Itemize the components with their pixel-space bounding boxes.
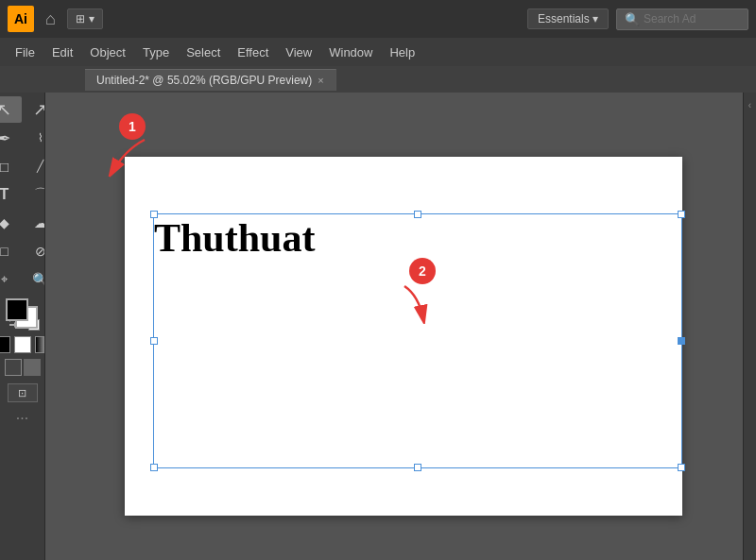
main-layout: ↖ ↗ ✒ ⌇ □ ╱ T ⌒ ◆ ☁ □ ⊘ ⌖ 🔍 xyxy=(0,93,756,560)
menu-window[interactable]: Window xyxy=(321,42,380,63)
toolbar: ↖ ↗ ✒ ⌇ □ ╱ T ⌒ ◆ ☁ □ ⊘ ⌖ 🔍 xyxy=(0,93,45,560)
essentials-button[interactable]: Essentials ▾ xyxy=(527,8,609,29)
shape-tools: □ ╱ xyxy=(0,153,45,179)
tab-close-button[interactable]: × xyxy=(318,75,323,86)
search-box[interactable]: 🔍 xyxy=(616,8,748,30)
graph-tools: ⌖ 🔍 xyxy=(0,266,45,293)
text-box-selection[interactable] xyxy=(153,213,682,468)
arc-tool[interactable]: ⌒ xyxy=(24,181,46,208)
workspace-grid-icon: ⊞ xyxy=(76,12,85,25)
rotate-tool[interactable]: □ xyxy=(0,238,22,264)
menu-select[interactable]: Select xyxy=(179,42,228,63)
line-tool[interactable]: ╱ xyxy=(24,153,46,179)
menu-view[interactable]: View xyxy=(278,42,319,63)
home-icon[interactable]: ⌂ xyxy=(45,9,56,29)
handle-top-left[interactable] xyxy=(150,211,158,218)
text-tools: T ⌒ xyxy=(0,181,45,208)
tab-title: Untitled-2* @ 55.02% (RGB/GPU Preview) xyxy=(96,74,312,87)
blob-brush[interactable]: ☁ xyxy=(24,210,46,236)
annotation-2: 2 xyxy=(409,258,436,284)
handle-middle-left[interactable] xyxy=(150,337,158,345)
zoom-tool[interactable]: 🔍 xyxy=(24,266,46,293)
selection-tools: ↖ ↗ xyxy=(0,96,45,123)
annotation-1-number: 1 xyxy=(129,119,136,134)
menu-help[interactable]: Help xyxy=(382,42,422,63)
puppet-warp[interactable]: ⌖ xyxy=(0,266,22,293)
color-pair xyxy=(6,298,40,331)
paint-tools: ◆ ☁ xyxy=(0,210,45,236)
selection-tool[interactable]: ↖ xyxy=(0,96,22,123)
menu-file[interactable]: File xyxy=(8,42,43,63)
search-icon: 🔍 xyxy=(625,12,640,26)
paint-bucket[interactable]: ◆ xyxy=(0,210,22,236)
pen-tool[interactable]: ✒ xyxy=(0,125,22,151)
annotation-1: 1 xyxy=(119,113,146,140)
transform-tools: □ ⊘ xyxy=(0,238,45,264)
handle-middle-right[interactable] xyxy=(678,337,685,345)
eyedropper[interactable]: ⊘ xyxy=(24,238,46,264)
color-section: ⊡ ··· xyxy=(0,298,45,427)
handle-top-center[interactable] xyxy=(414,211,421,218)
tab-bar: Untitled-2* @ 55.02% (RGB/GPU Preview) × xyxy=(0,66,756,93)
curvature-tool[interactable]: ⌇ xyxy=(24,125,46,151)
document-tab[interactable]: Untitled-2* @ 55.02% (RGB/GPU Preview) × xyxy=(85,69,336,91)
essentials-label: Essentials ▾ xyxy=(538,12,598,25)
menu-type[interactable]: Type xyxy=(135,42,177,63)
handle-bottom-left[interactable] xyxy=(150,464,158,471)
pen-tools: ✒ ⌇ xyxy=(0,125,45,151)
screen-mode[interactable]: ⊡ xyxy=(8,383,38,402)
ai-logo: Ai xyxy=(8,6,34,32)
annotation-2-number: 2 xyxy=(419,263,426,279)
canvas-container: Thuthuat xyxy=(125,157,682,516)
top-bar: Ai ⌂ ⊞ ▾ Essentials ▾ 🔍 xyxy=(0,0,756,38)
draw-behind[interactable] xyxy=(24,359,41,376)
canvas-area: Thuthuat 1 xyxy=(45,93,743,560)
workspace-selector[interactable]: ⊞ ▾ xyxy=(67,8,103,29)
workspace-chevron: ▾ xyxy=(89,12,94,25)
type-tool[interactable]: T xyxy=(0,181,22,208)
draw-inside[interactable] xyxy=(5,359,22,376)
color-swatch-1[interactable] xyxy=(0,336,10,353)
menu-edit[interactable]: Edit xyxy=(44,42,80,63)
handle-top-right[interactable] xyxy=(678,211,685,218)
handle-bottom-center[interactable] xyxy=(414,464,421,471)
more-tools[interactable]: ··· xyxy=(16,410,28,427)
rectangle-tool[interactable]: □ xyxy=(0,153,22,179)
color-row2 xyxy=(0,336,45,353)
direct-selection-tool[interactable]: ↗ xyxy=(24,96,46,123)
white-canvas: Thuthuat xyxy=(125,157,682,516)
handle-bottom-right[interactable] xyxy=(678,464,685,471)
foreground-color[interactable] xyxy=(6,298,28,321)
menu-object[interactable]: Object xyxy=(82,42,133,63)
panel-collapse[interactable]: ‹ xyxy=(743,93,756,560)
menu-effect[interactable]: Effect xyxy=(230,42,276,63)
menu-bar: File Edit Object Type Select Effect View… xyxy=(0,38,756,66)
color-swatch-gradient[interactable] xyxy=(35,336,46,353)
search-input[interactable] xyxy=(644,12,740,25)
none-swatch[interactable] xyxy=(14,336,31,353)
